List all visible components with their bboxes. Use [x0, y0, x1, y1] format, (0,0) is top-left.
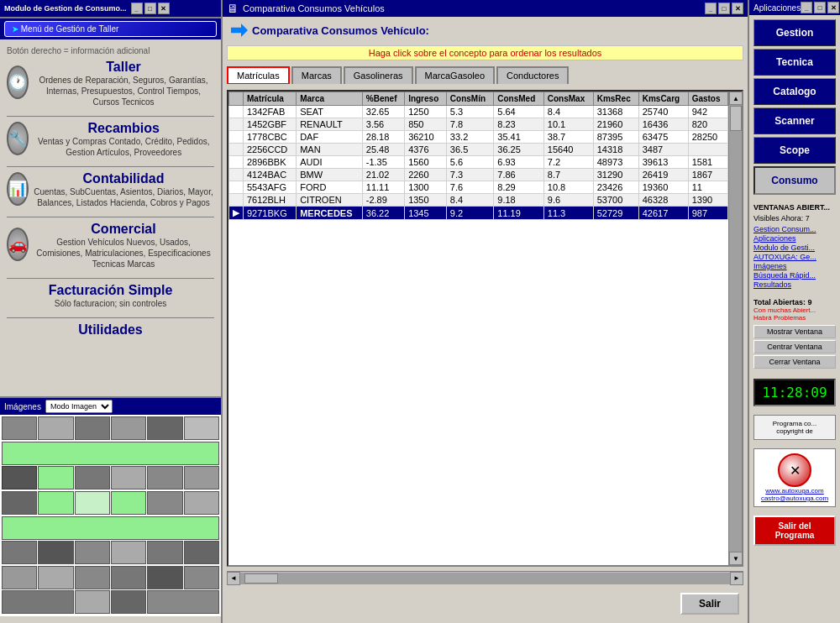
scroll-right-btn[interactable]: ►: [730, 572, 743, 585]
ventanas-section: VENTANAS ABIERT... Visibles Ahora: 7 Ges…: [749, 199, 840, 294]
table-row[interactable]: 7612BLH CITROEN -2.89 1350 8.4 9.18 9.6 …: [229, 194, 728, 207]
img-cell: [75, 590, 110, 614]
divider-1: [7, 116, 214, 117]
col-header-gastos[interactable]: Gastos: [688, 92, 727, 106]
right-close-btn[interactable]: ✕: [827, 2, 839, 13]
right-maximize-btn[interactable]: □: [814, 2, 826, 13]
tab-matriculas[interactable]: Matrículas: [227, 66, 290, 84]
table-row[interactable]: 4124BAC BMW 21.02 2260 7.3 7.86 8.7 3129…: [229, 169, 728, 181]
col-header-consmin[interactable]: ConsMín: [446, 92, 493, 106]
col-header-consmax[interactable]: ConsMax: [543, 92, 593, 106]
scroll-track: [729, 105, 742, 552]
total-abiertas: Total Abiertas: 9: [753, 298, 836, 306]
scanner-menu-item[interactable]: Scanner: [753, 107, 836, 134]
img-cell: [2, 541, 37, 564]
mode-select[interactable]: Modo Imagen Menú Imagen: [45, 400, 113, 413]
copyright-box: Programa co... copyright de: [753, 415, 836, 440]
tab-gasolineras[interactable]: Gasolineras: [344, 66, 413, 84]
comercial-section[interactable]: 🚗 Comercial Gestion Vehículos Nuevos, Us…: [7, 222, 214, 270]
facturacion-section[interactable]: Facturación Simple Sólo facturacion; sin…: [7, 283, 214, 309]
row-ingreso: 850: [405, 118, 447, 131]
window-item-1[interactable]: Gestion Consum...: [753, 225, 836, 233]
tab-marcagasoleo[interactable]: MarcaGasoleo: [415, 66, 496, 84]
col-header-kmscarg[interactable]: KmsCarg: [638, 92, 688, 106]
logo-area: ✕ www.autoxuga.com castro@autoxuga.com: [753, 448, 836, 507]
row-benef: 3.56: [362, 118, 404, 131]
col-header-consmed[interactable]: ConsMed: [494, 92, 544, 106]
window-item-7[interactable]: Resultados: [753, 280, 836, 289]
salir-button[interactable]: Salir: [680, 593, 739, 615]
img-cell: [184, 466, 219, 490]
mostrar-ventana-btn[interactable]: Mostrar Ventana: [753, 325, 836, 338]
window-item-3[interactable]: Modulo de Gesti...: [753, 243, 836, 252]
left-title-text: Modulo de Gestion de Consumo...: [4, 4, 127, 13]
row-consmed: 9.18: [494, 194, 544, 207]
scope-menu-item[interactable]: Scope: [753, 137, 836, 164]
right-minimize-btn[interactable]: _: [801, 2, 812, 13]
gestion-menu-item[interactable]: Gestion: [753, 19, 836, 46]
col-header-kmsrec[interactable]: KmsRec: [593, 92, 638, 106]
col-header-marca[interactable]: Marca: [297, 92, 363, 106]
row-gastos: [688, 144, 727, 156]
row-ingreso: 1345: [405, 207, 447, 220]
contabilidad-icon: 📊: [7, 172, 29, 206]
col-header-benef[interactable]: %Benef: [362, 92, 404, 106]
scroll-thumb[interactable]: [730, 106, 742, 131]
table-row[interactable]: 1452GBF RENAULT 3.56 850 7.8 8.23 10.1 2…: [229, 118, 728, 131]
window-item-5[interactable]: Imágenes: [753, 262, 836, 270]
middle-minimize-btn[interactable]: _: [705, 3, 717, 14]
col-header-matricula[interactable]: Matrícula: [244, 92, 297, 106]
horizontal-scrollbar[interactable]: ◄ ►: [227, 571, 743, 584]
row-kmscarg: 26419: [638, 169, 688, 181]
scroll-thumb-h[interactable]: [244, 573, 278, 584]
scroll-left-btn[interactable]: ◄: [227, 572, 240, 585]
recambios-section[interactable]: 🔧 Recambios Ventas y Compras Contado, Cr…: [7, 121, 214, 158]
scroll-down-btn[interactable]: ▼: [729, 552, 743, 565]
table-row[interactable]: 1778CBC DAF 28.18 36210 33.2 35.41 38.7 …: [229, 131, 728, 144]
catalogo-menu-item[interactable]: Catalogo: [753, 78, 836, 105]
img-cell: [111, 466, 146, 490]
row-kmscarg: 16436: [638, 118, 688, 131]
taller-section[interactable]: 🕐 Taller Ordenes de Reparación, Seguros,…: [7, 60, 214, 107]
table-row[interactable]: 2896BBK AUDI -1.35 1560 5.6 6.93 7.2 489…: [229, 156, 728, 169]
cerrar-ventana-btn[interactable]: Cerrar Ventana: [753, 355, 836, 369]
utilidades-title: Utilidades: [7, 322, 214, 338]
row-marca: DAF: [297, 131, 363, 144]
scroll-track-h: [240, 573, 730, 584]
website2-link[interactable]: castro@autoxuga.com: [761, 495, 828, 502]
website1-link[interactable]: www.autoxuga.com: [765, 487, 823, 495]
middle-maximize-btn[interactable]: □: [718, 3, 730, 14]
hint-text: Haga click sobre el concepto para ordena…: [369, 48, 602, 58]
row-benef: 21.02: [362, 169, 404, 181]
img-cell: [38, 416, 73, 440]
table-row[interactable]: 1342FAB SEAT 32.65 1250 5.3 5.64 8.4 313…: [229, 106, 728, 118]
menu-gestión-taller-button[interactable]: ➤ Menú de Gestión de Taller: [4, 21, 217, 37]
window-item-2[interactable]: Aplicaciones: [753, 234, 836, 243]
exit-program-btn[interactable]: Salir del Programa: [753, 516, 836, 546]
centrar-ventana-btn[interactable]: Centrar Ventana: [753, 340, 836, 353]
utilidades-section[interactable]: Utilidades: [7, 322, 214, 338]
window-item-4[interactable]: AUTOXUGA: Ge...: [753, 253, 836, 261]
right-titlebar: Aplicaciones _ □ ✕: [749, 0, 840, 15]
contabilidad-section[interactable]: 📊 Contabilidad Cuentas, SubCuentas, Asie…: [7, 171, 214, 208]
row-benef: 11.11: [362, 181, 404, 194]
table-row[interactable]: 5543AFG FORD 11.11 1300 7.6 8.29 10.8 23…: [229, 181, 728, 194]
window-item-6[interactable]: Búsqueda Rápid...: [753, 271, 836, 280]
maximize-btn[interactable]: □: [144, 3, 156, 14]
middle-title-text: Comparativa Consumos Vehículos: [243, 3, 385, 13]
scroll-up-btn[interactable]: ▲: [729, 92, 743, 105]
consumo-menu-item[interactable]: Consumo: [753, 166, 836, 195]
tab-conductores[interactable]: Conductores: [496, 66, 569, 84]
row-ingreso: 1300: [405, 181, 447, 194]
tab-marcas[interactable]: Marcas: [291, 66, 342, 84]
row-consmax: 11.3: [543, 207, 593, 220]
tecnica-menu-item[interactable]: Tecnica: [753, 49, 836, 76]
table-row[interactable]: ▶ 9271BKG MERCEDES 36.22 1345 9.2 11.19 …: [229, 207, 728, 220]
col-header-ingreso[interactable]: Ingreso: [405, 92, 447, 106]
middle-close-btn[interactable]: ✕: [732, 3, 743, 14]
table-row[interactable]: 2256CCD MAN 25.48 4376 36.5 36.25 15640 …: [229, 144, 728, 156]
vertical-scrollbar[interactable]: ▲ ▼: [728, 92, 742, 565]
ventanas-title: VENTANAS ABIERT...: [753, 203, 836, 212]
close-btn[interactable]: ✕: [158, 3, 170, 14]
minimize-btn[interactable]: _: [131, 3, 143, 14]
